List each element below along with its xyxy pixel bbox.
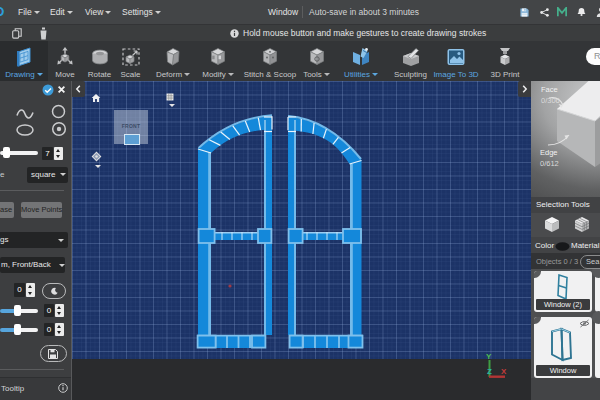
svg-text:Z: Z — [487, 367, 492, 376]
svg-text:Y: Y — [486, 352, 492, 361]
svg-text:X: X — [501, 367, 507, 376]
